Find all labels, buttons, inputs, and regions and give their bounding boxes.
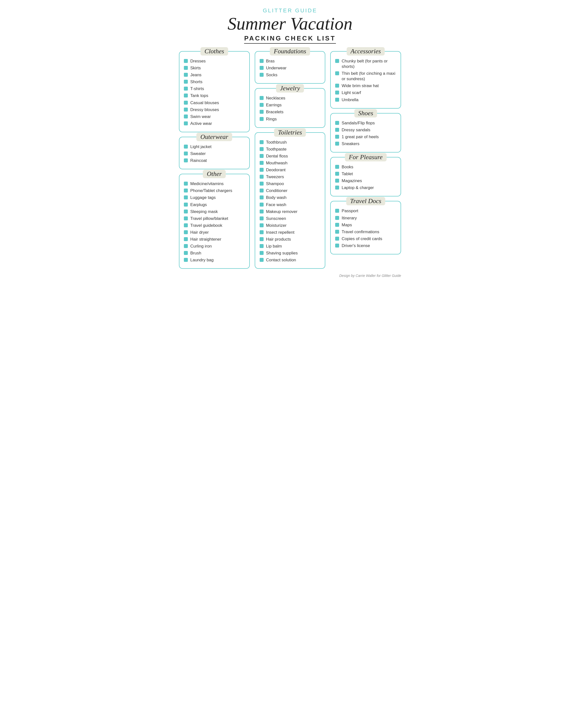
checkbox-icon xyxy=(260,96,263,100)
list-item-label: Earrings xyxy=(266,102,282,108)
section-outerwear: OuterwearLight jacketSweaterRaincoat xyxy=(179,137,250,169)
checkbox-icon xyxy=(184,66,188,70)
checkbox-icon xyxy=(184,216,188,220)
checkbox-icon xyxy=(260,209,263,213)
section-items-1: NecklacesEarringsBraceletsRings xyxy=(260,96,321,122)
list-item: Underwear xyxy=(260,66,321,71)
list-item: Travel pillow/blanket xyxy=(184,216,245,222)
list-item: Hair products xyxy=(260,237,321,242)
checkbox-icon xyxy=(335,243,339,248)
summer-vacation-title: Summer Vacation xyxy=(179,15,401,32)
checkbox-icon xyxy=(260,230,263,234)
checkbox-icon xyxy=(335,172,339,176)
section-items-0: BrasUnderwearSocks xyxy=(260,58,321,78)
list-item-label: Casual blouses xyxy=(190,100,219,106)
list-item: T-shirts xyxy=(184,86,245,92)
list-item-label: Dental floss xyxy=(266,154,288,159)
list-item: Travel confirmations xyxy=(335,229,396,235)
section-title-2: Toiletries xyxy=(278,129,302,136)
list-item: Active wear xyxy=(184,121,245,126)
section-title-0: Accessories xyxy=(351,48,381,55)
list-item-label: Makeup remover xyxy=(266,209,298,214)
checkbox-icon xyxy=(184,73,188,77)
checkbox-icon xyxy=(260,161,263,165)
list-item-label: Body wash xyxy=(266,195,286,200)
list-item: Shampoo xyxy=(260,181,321,187)
section-items-1: Sandals/Flip flopsDressy sandals1 great … xyxy=(335,121,396,147)
list-item: Travel guidebook xyxy=(184,223,245,228)
checkbox-icon xyxy=(260,140,263,144)
section-title-1: Outerwear xyxy=(200,133,228,140)
list-item: 1 great pair of heels xyxy=(335,134,396,140)
checkbox-icon xyxy=(335,84,339,87)
list-item: Sneakers xyxy=(335,141,396,147)
checkbox-icon xyxy=(335,209,339,213)
section-toiletries: ToiletriesToothbrushToothpasteDental flo… xyxy=(255,132,326,269)
section-travel-docs: Travel DocsPassportItineraryMapsTravel c… xyxy=(330,201,401,255)
list-item: Maps xyxy=(335,222,396,228)
list-item-label: Rings xyxy=(266,116,277,122)
list-item-label: Travel guidebook xyxy=(190,223,222,228)
list-item: Brush xyxy=(184,251,245,256)
section-title-0: Clothes xyxy=(205,48,224,55)
column-0: ClothesDressesSkirtsJeansShortsT-shirtsT… xyxy=(179,51,250,269)
checkbox-icon xyxy=(335,230,339,234)
list-item: Sleeping mask xyxy=(184,209,245,214)
list-item: Luggage tags xyxy=(184,195,245,200)
list-item: Toothpaste xyxy=(260,147,321,152)
list-item-label: Insect repellent xyxy=(266,230,295,235)
list-item-label: Sleeping mask xyxy=(190,209,218,214)
list-item-label: Sunscreen xyxy=(266,216,286,222)
checkbox-icon xyxy=(184,94,188,98)
section-items-2: Medicine/vitaminsPhone/Tablet chargersLu… xyxy=(184,181,245,263)
list-item-label: Dresses xyxy=(190,58,206,64)
checkbox-icon xyxy=(335,128,339,132)
checkbox-icon xyxy=(260,251,263,255)
checkbox-icon xyxy=(335,90,339,95)
checkbox-icon xyxy=(184,196,188,200)
section-items-1: Light jacketSweaterRaincoat xyxy=(184,144,245,163)
checkbox-icon xyxy=(335,186,339,189)
list-item: Sweater xyxy=(184,151,245,156)
list-item-label: Light scarf xyxy=(342,90,361,96)
checkbox-icon xyxy=(184,87,188,90)
footer-text: Design by Carrie Waller for Glitter Guid… xyxy=(179,274,401,278)
list-item-label: Medicine/vitamins xyxy=(190,181,224,187)
list-item-label: T-shirts xyxy=(190,86,204,92)
list-item: Bracelets xyxy=(260,109,321,115)
checkbox-icon xyxy=(184,251,188,255)
checkbox-icon xyxy=(335,71,339,75)
list-item: Contact solution xyxy=(260,257,321,263)
list-item: Makeup remover xyxy=(260,209,321,214)
list-item-label: Laptop & charger xyxy=(342,185,374,190)
checkbox-icon xyxy=(184,230,188,234)
list-item-label: Tweezers xyxy=(266,174,284,180)
checkbox-icon xyxy=(335,165,339,169)
list-item: Dressy sandals xyxy=(335,127,396,133)
checkbox-icon xyxy=(260,66,263,70)
list-item: Shaving supplies xyxy=(260,251,321,256)
list-item-label: Shorts xyxy=(190,79,202,85)
list-item-label: Mouthwash xyxy=(266,160,287,166)
checkbox-icon xyxy=(335,142,339,146)
list-item-label: Bras xyxy=(266,58,275,64)
checkbox-icon xyxy=(335,98,339,102)
checkbox-icon xyxy=(260,175,263,179)
list-item-label: Itinerary xyxy=(342,215,357,221)
list-item: Itinerary xyxy=(335,215,396,221)
list-item: Thin belt (for cinching a maxi or sundre… xyxy=(335,71,396,82)
section-title-2: For Pleasure xyxy=(349,154,382,161)
checkbox-icon xyxy=(260,168,263,172)
list-item: Sunscreen xyxy=(260,216,321,222)
checkbox-icon xyxy=(184,203,188,207)
list-item: Driver's license xyxy=(335,243,396,249)
list-item-label: Brush xyxy=(190,251,201,256)
checkbox-icon xyxy=(184,223,188,227)
list-item-label: Underwear xyxy=(266,66,286,71)
list-item-label: Face wash xyxy=(266,202,286,208)
list-item-label: Bracelets xyxy=(266,109,284,115)
list-item: Rings xyxy=(260,116,321,122)
checkbox-icon xyxy=(260,110,263,114)
list-item: Copies of credit cards xyxy=(335,236,396,241)
column-2: AccessoriesChunky belt (for pants or sho… xyxy=(330,51,401,255)
